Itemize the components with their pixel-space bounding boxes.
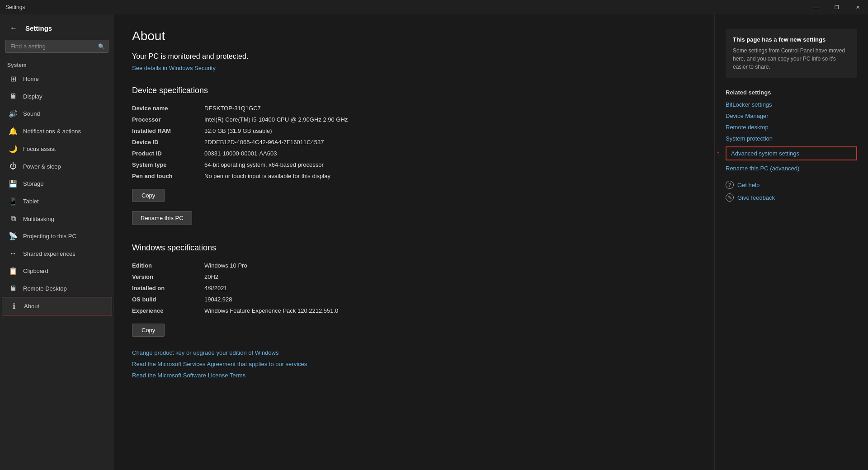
give-feedback-link[interactable]: Give feedback: [737, 194, 775, 201]
get-help-item[interactable]: ? Get help: [726, 181, 857, 189]
search-box: 🔍: [5, 40, 108, 53]
services-agreement-link[interactable]: Read the Microsoft Services Agreement th…: [132, 361, 696, 367]
spec-label-os-build: OS build: [132, 296, 204, 303]
system-protection-link[interactable]: System protection: [726, 135, 857, 142]
sidebar-item-home[interactable]: ⊞ Home: [0, 70, 114, 88]
spec-value-device-name: DESKTOP-31Q1GC7: [204, 105, 261, 112]
sidebar-item-tablet[interactable]: 📱 Tablet: [0, 193, 114, 210]
give-feedback-icon: ✎: [726, 193, 734, 202]
remote-icon: 🖥: [9, 284, 18, 292]
spec-label-device-name: Device name: [132, 105, 204, 112]
titlebar: Settings — ❐ ✕: [0, 0, 868, 14]
page-title: About: [132, 29, 696, 43]
tablet-icon: 📱: [9, 197, 18, 206]
sidebar-item-projecting-label: Projecting to this PC: [23, 233, 76, 240]
sidebar-item-sound[interactable]: 🔊 Sound: [0, 105, 114, 122]
spec-label-version: Version: [132, 273, 204, 280]
device-specs-table: Device name DESKTOP-31Q1GC7 Processor In…: [132, 103, 448, 182]
sidebar-item-about[interactable]: ℹ About: [2, 297, 112, 315]
spec-row-product-id: Product ID 00331-10000-00001-AA603: [132, 148, 448, 159]
maximize-button[interactable]: ❐: [826, 0, 847, 14]
spec-value-ram: 32.0 GB (31.9 GB usable): [204, 127, 272, 134]
focus-icon: 🌙: [9, 145, 18, 153]
rename-advanced-link[interactable]: Rename this PC (advanced): [726, 165, 799, 172]
spec-label-processor: Processor: [132, 116, 204, 123]
close-button[interactable]: ✕: [847, 0, 868, 14]
app-layout: ← Settings 🔍 System ⊞ Home 🖥 Display 🔊 S…: [0, 14, 868, 470]
arrow-indicator-icon: ↑: [716, 148, 721, 160]
sidebar: ← Settings 🔍 System ⊞ Home 🖥 Display 🔊 S…: [0, 14, 114, 470]
display-icon: 🖥: [9, 92, 18, 100]
windows-specs-title: Windows specifications: [132, 243, 696, 253]
clipboard-icon: 📋: [9, 267, 18, 275]
rename-pc-button[interactable]: Rename this PC: [132, 211, 192, 225]
back-button[interactable]: ←: [7, 22, 20, 34]
get-help-link[interactable]: Get help: [737, 182, 760, 188]
give-feedback-item[interactable]: ✎ Give feedback: [726, 193, 857, 202]
spec-value-edition: Windows 10 Pro: [204, 262, 247, 269]
spec-value-version: 20H2: [204, 273, 218, 280]
storage-icon: 💾: [9, 179, 18, 188]
sidebar-item-shared[interactable]: ↔ Shared experiences: [0, 245, 114, 262]
info-box-title: This page has a few new settings: [733, 36, 850, 43]
spec-value-product-id: 00331-10000-00001-AA603: [204, 150, 277, 157]
projecting-icon: 📡: [9, 232, 18, 240]
spec-row-device-id: Device ID 2DDEB12D-4065-4C42-96A4-7F1601…: [132, 136, 448, 148]
spec-row-version: Version 20H2: [132, 271, 448, 282]
sidebar-item-clipboard[interactable]: 📋 Clipboard: [0, 262, 114, 280]
advanced-system-settings-link[interactable]: Advanced system settings: [726, 146, 857, 160]
sidebar-item-projecting[interactable]: 📡 Projecting to this PC: [0, 227, 114, 245]
sidebar-item-display[interactable]: 🖥 Display: [0, 88, 114, 105]
spec-row-ram: Installed RAM 32.0 GB (31.9 GB usable): [132, 125, 448, 136]
sidebar-item-storage[interactable]: 💾 Storage: [0, 175, 114, 193]
spec-row-processor: Processor Intel(R) Core(TM) i5-10400 CPU…: [132, 114, 448, 125]
sidebar-item-remote[interactable]: 🖥 Remote Desktop: [0, 280, 114, 297]
sidebar-item-storage-label: Storage: [23, 180, 44, 187]
spec-value-system-type: 64-bit operating system, x64-based proce…: [204, 161, 324, 168]
rename-advanced-row: Rename this PC (advanced): [726, 165, 857, 172]
copy-device-specs-button[interactable]: Copy: [132, 189, 165, 202]
shared-icon: ↔: [9, 249, 18, 258]
product-key-link[interactable]: Change product key or upgrade your editi…: [132, 349, 696, 356]
sound-icon: 🔊: [9, 109, 18, 118]
spec-row-system-type: System type 64-bit operating system, x64…: [132, 159, 448, 170]
sidebar-item-about-label: About: [24, 303, 39, 310]
spec-label-device-id: Device ID: [132, 139, 204, 146]
spec-value-processor: Intel(R) Core(TM) i5-10400 CPU @ 2.90GHz…: [204, 116, 348, 123]
sidebar-item-focus[interactable]: 🌙 Focus assist: [0, 140, 114, 158]
home-icon: ⊞: [9, 75, 18, 83]
sidebar-item-tablet-label: Tablet: [23, 198, 39, 205]
sidebar-item-notifications[interactable]: 🔔 Notifications & actions: [0, 122, 114, 140]
about-icon: ℹ: [9, 302, 19, 310]
minimize-button[interactable]: —: [806, 0, 826, 14]
sidebar-item-remote-label: Remote Desktop: [23, 285, 67, 292]
spec-value-experience: Windows Feature Experience Pack 120.2212…: [204, 307, 338, 314]
license-terms-link[interactable]: Read the Microsoft Software License Term…: [132, 372, 696, 379]
spec-value-device-id: 2DDEB12D-4065-4C42-96A4-7F16011C4537: [204, 139, 324, 146]
spec-label-system-type: System type: [132, 161, 204, 168]
multitasking-icon: ⧉: [9, 215, 18, 223]
power-icon: ⏻: [9, 162, 18, 170]
bitlocker-link[interactable]: BitLocker settings: [726, 101, 857, 108]
spec-label-edition: Edition: [132, 262, 204, 269]
sidebar-item-power[interactable]: ⏻ Power & sleep: [0, 158, 114, 175]
remote-desktop-link[interactable]: Remote desktop: [726, 124, 857, 131]
device-manager-link[interactable]: Device Manager: [726, 113, 857, 119]
sidebar-header: ← Settings: [0, 14, 114, 38]
spec-row-experience: Experience Windows Feature Experience Pa…: [132, 305, 448, 316]
copy-windows-specs-button[interactable]: Copy: [132, 324, 165, 337]
main-content: About Your PC is monitored and protected…: [114, 14, 714, 470]
search-icon: 🔍: [98, 43, 105, 50]
spec-label-product-id: Product ID: [132, 150, 204, 157]
sidebar-item-multitasking[interactable]: ⧉ Multitasking: [0, 210, 114, 227]
spec-row-device-name: Device name DESKTOP-31Q1GC7: [132, 103, 448, 114]
spec-row-installed-on: Installed on 4/9/2021: [132, 282, 448, 294]
sidebar-item-power-label: Power & sleep: [23, 163, 61, 170]
search-input[interactable]: [5, 40, 108, 53]
sidebar-item-shared-label: Shared experiences: [23, 250, 75, 257]
security-link[interactable]: See details in Windows Security: [132, 65, 216, 71]
spec-value-pen-touch: No pen or touch input is available for t…: [204, 173, 330, 179]
titlebar-title: Settings: [5, 4, 25, 10]
info-box: This page has a few new settings Some se…: [726, 29, 857, 78]
spec-label-installed-on: Installed on: [132, 285, 204, 291]
